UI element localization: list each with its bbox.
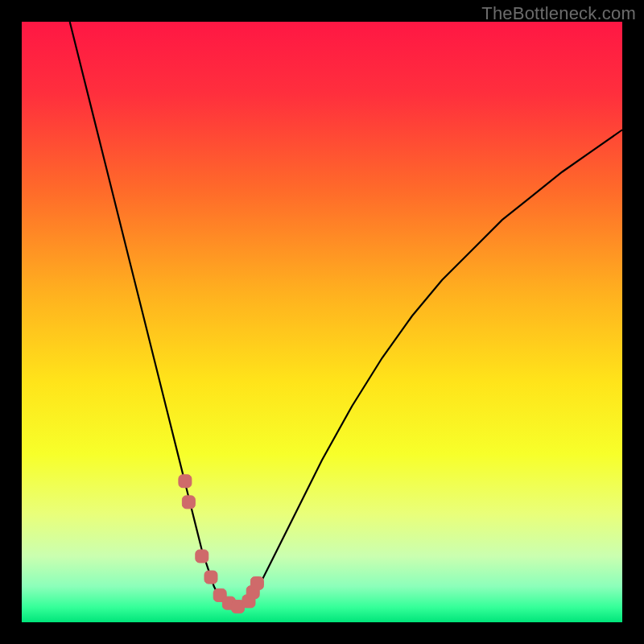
gradient-background bbox=[22, 22, 622, 622]
marker-point bbox=[196, 550, 208, 563]
chart-area bbox=[22, 22, 622, 622]
bottleneck-chart bbox=[22, 22, 622, 622]
marker-point bbox=[182, 496, 195, 509]
watermark-text: TheBottleneck.com bbox=[481, 3, 636, 24]
marker-point bbox=[250, 577, 263, 590]
outer-frame: TheBottleneck.com bbox=[0, 0, 644, 644]
marker-point bbox=[204, 571, 217, 584]
marker-point bbox=[179, 475, 192, 488]
